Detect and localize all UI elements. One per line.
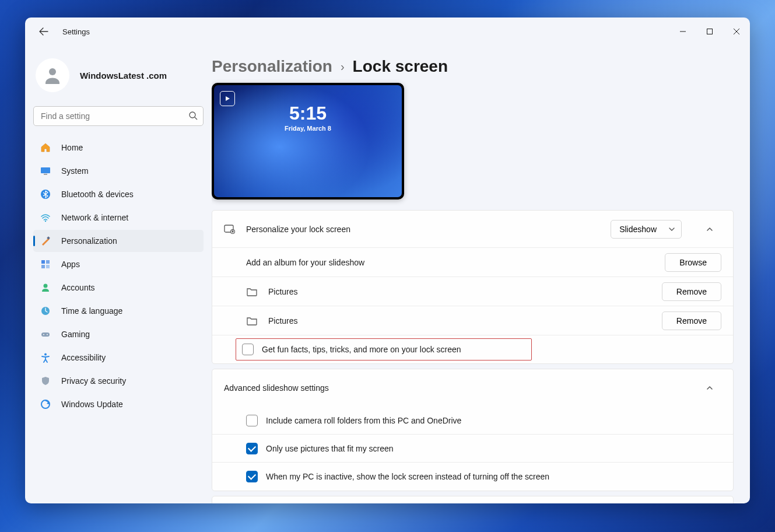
nav-apps[interactable]: Apps — [33, 253, 204, 275]
svg-rect-7 — [47, 236, 50, 240]
nav-label: Bluetooth & devices — [61, 190, 134, 199]
shield-icon — [40, 376, 51, 386]
lockscreen-mode-select[interactable]: Slideshow — [611, 220, 682, 239]
maximize-button[interactable] — [696, 22, 723, 41]
select-value: Slideshow — [619, 225, 657, 234]
collapse-button[interactable] — [698, 376, 721, 400]
monitor-icon — [40, 166, 51, 176]
svg-point-16 — [47, 334, 48, 335]
svg-rect-0 — [707, 29, 713, 34]
svg-point-2 — [190, 112, 195, 118]
inactive-row: When my PC is inactive, show the lock sc… — [212, 463, 733, 491]
fit-screen-row: Only use pictures that fit my screen — [212, 435, 733, 463]
remove-folder-button[interactable]: Remove — [662, 312, 721, 330]
home-icon — [40, 142, 51, 153]
nav-gaming[interactable]: Gaming — [33, 323, 204, 345]
svg-point-17 — [44, 354, 47, 356]
search-input[interactable] — [33, 106, 204, 126]
preview-date: Friday, March 8 — [212, 125, 404, 132]
nav-bluetooth[interactable]: Bluetooth & devices — [33, 183, 204, 205]
update-icon — [40, 399, 51, 410]
app-title: Settings — [62, 27, 90, 36]
profile-name: WindowsLatest .com — [80, 71, 167, 80]
avatar — [36, 58, 69, 92]
advanced-title: Advanced slideshow settings — [224, 383, 329, 393]
nav-label: Privacy & security — [61, 376, 126, 386]
nav-label: Personalization — [61, 236, 117, 246]
minimize-button[interactable] — [669, 22, 696, 41]
main-content[interactable]: Personalization › Lock screen 5:15 Frida… — [212, 46, 750, 503]
svg-point-1 — [49, 68, 56, 75]
inactive-checkbox[interactable] — [246, 471, 258, 482]
svg-rect-4 — [44, 174, 47, 175]
add-album-row: Add an album for your slideshow Browse — [212, 248, 733, 277]
settings-window: Settings WindowsLatest .com — [25, 18, 750, 503]
chevron-up-icon — [706, 225, 714, 233]
browse-button[interactable]: Browse — [665, 253, 721, 272]
nav-label: Gaming — [61, 330, 90, 339]
nav-accessibility[interactable]: Accessibility — [33, 346, 204, 369]
apps-icon — [40, 259, 51, 270]
collapse-button[interactable] — [698, 218, 721, 241]
svg-point-12 — [44, 284, 48, 288]
person-icon — [42, 65, 63, 86]
nav-system[interactable]: System — [33, 160, 204, 182]
profile-section[interactable]: WindowsLatest .com — [33, 51, 204, 106]
breadcrumb-parent[interactable]: Personalization — [212, 57, 332, 76]
nav-personalization[interactable]: Personalization — [33, 230, 204, 252]
account-icon — [40, 282, 51, 293]
svg-rect-10 — [41, 265, 45, 268]
preview-wallpaper — [214, 85, 402, 197]
back-button[interactable] — [34, 22, 53, 41]
nav-label: Windows Update — [61, 400, 123, 409]
search-wrap — [33, 106, 204, 126]
remove-folder-button[interactable]: Remove — [662, 282, 721, 301]
lockscreen-preview[interactable]: 5:15 Friday, March 8 — [212, 83, 404, 200]
accessibility-icon — [40, 352, 51, 363]
nav-label: Home — [61, 143, 83, 152]
nav-label: Accessibility — [61, 353, 106, 362]
fun-facts-row: Get fun facts, tips, tricks, and more on… — [212, 335, 733, 363]
fun-facts-checkbox[interactable] — [242, 344, 254, 355]
fit-screen-label: Only use pictures that fit my screen — [266, 444, 394, 453]
folder-icon — [246, 315, 258, 327]
nav-time[interactable]: Time & language — [33, 300, 204, 322]
personalize-title: Personalize your lock screen — [246, 225, 350, 234]
camera-roll-row: Include camera roll folders from this PC… — [212, 407, 733, 435]
nav-label: Accounts — [61, 283, 95, 292]
advanced-header-row[interactable]: Advanced slideshow settings — [212, 369, 733, 407]
personalize-header-row[interactable]: Personalize your lock screen Slideshow — [212, 211, 733, 248]
camera-roll-checkbox[interactable] — [246, 415, 258, 426]
nav-accounts[interactable]: Accounts — [33, 276, 204, 299]
page-title: Lock screen — [353, 57, 448, 76]
fun-facts-highlight: Get fun facts, tips, tricks, and more on… — [236, 338, 532, 360]
svg-rect-8 — [41, 260, 45, 264]
paintbrush-icon — [40, 236, 51, 246]
nav-home[interactable]: Home — [33, 136, 204, 159]
nav-privacy[interactable]: Privacy & security — [33, 370, 204, 392]
nav-label: Apps — [61, 260, 80, 269]
bluetooth-icon — [40, 189, 51, 200]
next-card-peek — [212, 496, 734, 503]
window-controls — [669, 22, 750, 41]
nav-label: System — [61, 166, 89, 176]
search-icon — [188, 111, 198, 123]
nav-list: Home System Bluetooth & devices Network … — [33, 136, 204, 415]
image-lock-icon — [224, 223, 236, 235]
folder-name: Pictures — [268, 287, 298, 296]
nav-label: Network & internet — [61, 213, 128, 222]
svg-rect-14 — [41, 332, 50, 337]
fun-facts-label: Get fun facts, tips, tricks, and more on… — [262, 345, 461, 354]
nav-update[interactable]: Windows Update — [33, 393, 204, 415]
wifi-icon — [40, 212, 51, 223]
nav-network[interactable]: Network & internet — [33, 206, 204, 229]
arrow-left-icon — [39, 27, 48, 36]
svg-point-15 — [43, 334, 44, 335]
slideshow-folder-row: Pictures Remove — [212, 306, 733, 335]
fit-screen-checkbox[interactable] — [246, 443, 258, 454]
add-album-label: Add an album for your slideshow — [246, 258, 364, 267]
gamepad-icon — [40, 329, 51, 340]
sidebar: WindowsLatest .com Home System — [25, 46, 212, 503]
close-button[interactable] — [723, 22, 750, 41]
personalize-card: Personalize your lock screen Slideshow A… — [212, 210, 734, 364]
